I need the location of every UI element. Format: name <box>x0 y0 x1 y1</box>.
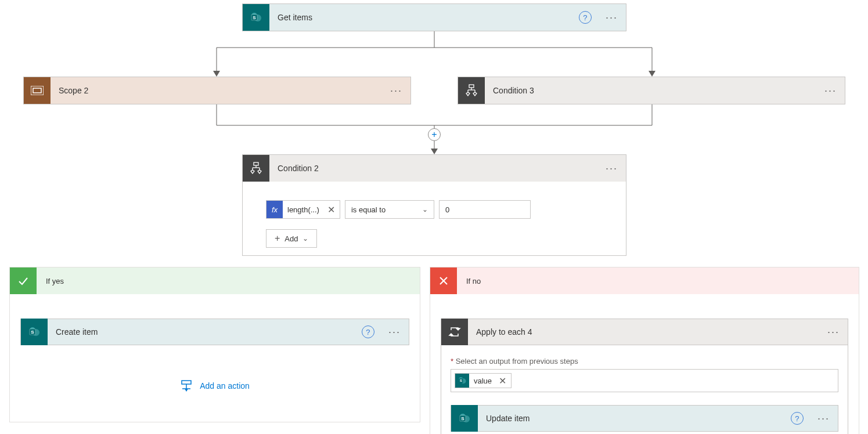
condition-operator-select[interactable]: is equal to ⌄ <box>345 200 434 219</box>
card-menu-icon[interactable]: ··· <box>597 12 626 24</box>
svg-rect-25 <box>254 162 258 165</box>
chevron-down-icon: ⌄ <box>422 205 428 214</box>
value-token[interactable]: S value ✕ <box>455 373 512 388</box>
add-action-icon <box>180 380 193 392</box>
apply-to-each-body: * Select an output from previous steps S… <box>441 345 848 434</box>
expression-text: length(...) <box>283 205 323 214</box>
add-action-button[interactable]: Add an action <box>20 380 409 392</box>
sharepoint-icon: S <box>243 4 269 31</box>
value-text: 0 <box>445 205 449 214</box>
condition-icon <box>243 155 269 182</box>
svg-marker-39 <box>185 389 188 392</box>
svg-text:S: S <box>461 416 464 421</box>
get-items-card[interactable]: S Get items ? ··· <box>242 3 626 31</box>
card-menu-icon[interactable]: ··· <box>382 85 410 97</box>
condition-3-title: Condition 3 <box>485 77 816 104</box>
svg-marker-23 <box>466 92 470 96</box>
add-step-button[interactable]: + <box>428 128 441 141</box>
loop-icon <box>441 319 468 345</box>
if-no-header: If no <box>430 267 859 294</box>
if-no-branch: If no Apply to each 4 ··· * Select an ou… <box>430 267 859 434</box>
sharepoint-icon: S <box>451 405 478 432</box>
svg-text:S: S <box>31 330 34 335</box>
create-item-card[interactable]: S Create item ? ··· <box>20 319 409 345</box>
scope-2-title: Scope 2 <box>51 77 382 104</box>
help-icon[interactable]: ? <box>362 326 374 338</box>
create-item-title: Create item <box>48 319 362 345</box>
add-label: Add <box>284 234 298 243</box>
sharepoint-icon: S <box>21 319 48 345</box>
required-star: * <box>451 357 453 366</box>
if-yes-branch: If yes S Create item ? ··· Add an action <box>9 267 420 422</box>
chevron-down-icon: ⌄ <box>302 234 308 243</box>
condition-2-card[interactable]: Condition 2 ··· <box>242 154 626 182</box>
condition-3-card[interactable]: Condition 3 ··· <box>458 77 845 104</box>
get-items-title: Get items <box>269 4 579 31</box>
apply-to-each-title: Apply to each 4 <box>468 319 819 345</box>
plus-icon: + <box>275 233 280 244</box>
svg-marker-3 <box>213 71 220 77</box>
svg-rect-18 <box>469 85 474 88</box>
sharepoint-icon: S <box>455 374 469 388</box>
help-icon[interactable]: ? <box>579 11 592 24</box>
if-no-label: If no <box>457 267 859 294</box>
condition-value-input[interactable]: 0 <box>439 200 531 219</box>
card-menu-icon[interactable]: ··· <box>816 85 845 97</box>
svg-marker-30 <box>251 170 254 173</box>
add-condition-button[interactable]: + Add ⌄ <box>266 229 317 248</box>
condition-icon <box>458 77 485 104</box>
add-action-label: Add an action <box>200 381 250 390</box>
if-yes-label: If yes <box>37 267 420 294</box>
if-yes-header: If yes <box>10 267 420 294</box>
svg-text:S: S <box>253 15 256 20</box>
update-item-title: Update item <box>478 406 791 431</box>
svg-marker-11 <box>431 149 438 154</box>
help-icon[interactable]: ? <box>791 412 804 425</box>
close-icon <box>430 267 457 294</box>
svg-marker-31 <box>258 170 261 173</box>
check-icon <box>10 267 37 294</box>
condition-left-operand[interactable]: fx length(...) ✕ <box>266 200 340 219</box>
output-select-input[interactable]: S value ✕ <box>451 369 838 392</box>
svg-rect-36 <box>182 381 191 384</box>
remove-token-icon[interactable]: ✕ <box>323 204 340 215</box>
svg-marker-43 <box>449 334 453 335</box>
scope-icon <box>24 77 51 104</box>
card-menu-icon[interactable]: ··· <box>380 326 409 338</box>
token-text: value <box>469 377 494 385</box>
select-output-label: Select an output from previous steps <box>456 357 578 366</box>
apply-to-each-card[interactable]: Apply to each 4 ··· <box>441 319 848 345</box>
svg-text:S: S <box>460 379 462 382</box>
card-menu-icon[interactable]: ··· <box>597 162 626 175</box>
fx-icon: fx <box>266 201 283 218</box>
condition-2-title: Condition 2 <box>269 155 597 182</box>
remove-token-icon[interactable]: ✕ <box>494 375 511 386</box>
svg-marker-42 <box>456 328 460 330</box>
svg-marker-24 <box>473 92 477 96</box>
card-menu-icon[interactable]: ··· <box>809 413 838 425</box>
update-item-card[interactable]: S Update item ? ··· <box>451 405 838 432</box>
scope-2-card[interactable]: Scope 2 ··· <box>23 77 411 104</box>
svg-marker-5 <box>649 71 655 77</box>
svg-rect-17 <box>33 88 41 93</box>
condition-2-body: fx length(...) ✕ is equal to ⌄ 0 + Add ⌄ <box>242 182 626 256</box>
operator-text: is equal to <box>351 205 386 214</box>
card-menu-icon[interactable]: ··· <box>819 326 848 338</box>
